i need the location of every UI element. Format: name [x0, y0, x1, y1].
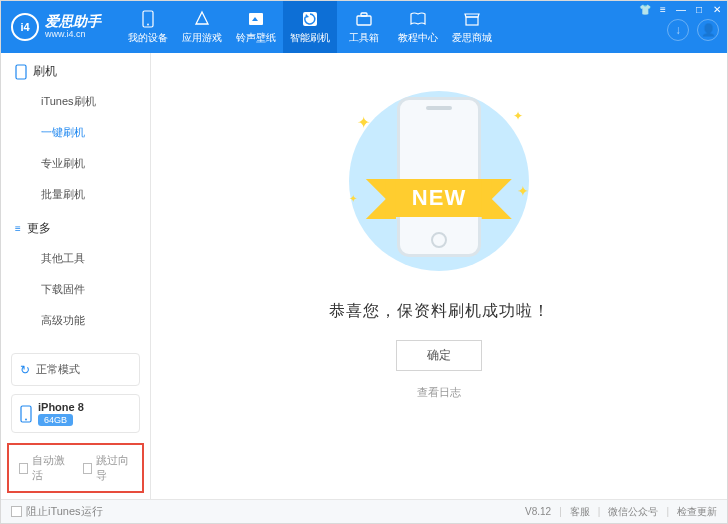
nav-flash[interactable]: 智能刷机: [283, 1, 337, 53]
window-controls: 👕 ≡ — □ ✕: [639, 3, 723, 15]
sparkle-icon: ✦: [349, 193, 357, 204]
svg-rect-5: [361, 13, 367, 16]
close-icon[interactable]: ✕: [711, 3, 723, 15]
section-title: 刷机: [33, 63, 57, 80]
book-icon: [409, 10, 427, 28]
device-name: iPhone 8: [38, 401, 84, 413]
flash-options-highlight: 自动激活 跳过向导: [7, 443, 144, 493]
sparkle-icon: ✦: [513, 109, 523, 123]
phone-icon: [142, 10, 154, 28]
sidebar-item-itunes-flash[interactable]: iTunes刷机: [1, 86, 150, 117]
new-ribbon: NEW: [392, 179, 486, 217]
sparkle-icon: ✦: [517, 183, 529, 199]
nav-label: 铃声壁纸: [236, 31, 276, 45]
svg-rect-6: [466, 17, 478, 25]
brand-url: www.i4.cn: [45, 30, 101, 40]
svg-rect-7: [16, 65, 26, 79]
store-icon: [463, 10, 481, 28]
top-nav: 我的设备 应用游戏 铃声壁纸 智能刷机 工具箱 教程中心: [121, 1, 499, 53]
nav-my-device[interactable]: 我的设备: [121, 1, 175, 53]
nav-label: 爱思商城: [452, 31, 492, 45]
phone-small-icon: [15, 64, 27, 80]
mode-label: 正常模式: [36, 362, 80, 377]
apps-icon: [193, 10, 211, 28]
nav-label: 工具箱: [349, 31, 379, 45]
sidebar-item-other-tools[interactable]: 其他工具: [1, 243, 150, 274]
sidebar-item-oneclick-flash[interactable]: 一键刷机: [1, 117, 150, 148]
nav-label: 教程中心: [398, 31, 438, 45]
more-icon: ≡: [15, 223, 21, 234]
sidebar-section-flash: 刷机: [1, 53, 150, 86]
svg-point-1: [147, 23, 149, 25]
nav-tutorials[interactable]: 教程中心: [391, 1, 445, 53]
app-logo: i4 爱思助手 www.i4.cn: [1, 13, 111, 41]
checkbox-block-itunes[interactable]: 阻止iTunes运行: [11, 504, 103, 519]
nav-label: 应用游戏: [182, 31, 222, 45]
download-icon[interactable]: ↓: [667, 19, 689, 41]
check-update-link[interactable]: 检查更新: [677, 505, 717, 519]
brand-name: 爱思助手: [45, 14, 101, 29]
checkbox-skip-guide[interactable]: 跳过向导: [83, 453, 133, 483]
wallpaper-icon: [247, 10, 265, 28]
skin-icon[interactable]: 👕: [639, 3, 651, 15]
nav-apps[interactable]: 应用游戏: [175, 1, 229, 53]
nav-toolbox[interactable]: 工具箱: [337, 1, 391, 53]
minimize-icon[interactable]: —: [675, 3, 687, 15]
menu-icon[interactable]: ≡: [657, 3, 669, 15]
svg-point-9: [25, 418, 27, 420]
nav-label: 我的设备: [128, 31, 168, 45]
sidebar-item-pro-flash[interactable]: 专业刷机: [1, 148, 150, 179]
success-message: 恭喜您，保资料刷机成功啦！: [329, 301, 550, 322]
device-selector[interactable]: iPhone 8 64GB: [11, 394, 140, 433]
section-title: 更多: [27, 220, 51, 237]
mode-selector[interactable]: ↻ 正常模式: [11, 353, 140, 386]
maximize-icon[interactable]: □: [693, 3, 705, 15]
wechat-link[interactable]: 微信公众号: [608, 505, 658, 519]
sidebar-item-download-firmware[interactable]: 下载固件: [1, 274, 150, 305]
status-bar: 阻止iTunes运行 V8.12 | 客服 | 微信公众号 | 检查更新: [1, 499, 727, 523]
nav-ringtones[interactable]: 铃声壁纸: [229, 1, 283, 53]
sidebar-item-advanced[interactable]: 高级功能: [1, 305, 150, 336]
version-label: V8.12: [525, 506, 551, 517]
view-log-link[interactable]: 查看日志: [417, 385, 461, 400]
sidebar-section-more: ≡ 更多: [1, 210, 150, 243]
toolbox-icon: [355, 10, 373, 28]
nav-label: 智能刷机: [290, 31, 330, 45]
app-header: i4 爱思助手 www.i4.cn 我的设备 应用游戏 铃声壁纸 智能刷机: [1, 1, 727, 53]
checkbox-auto-activate[interactable]: 自动激活: [19, 453, 69, 483]
ok-button[interactable]: 确定: [396, 340, 482, 371]
success-illustration: ✦ ✦ ✦ ✦ NEW: [309, 83, 569, 283]
support-link[interactable]: 客服: [570, 505, 590, 519]
main-content: ✦ ✦ ✦ ✦ NEW 恭喜您，保资料刷机成功啦！ 确定 查看日志: [151, 53, 727, 499]
device-storage-badge: 64GB: [38, 414, 73, 426]
svg-rect-4: [357, 16, 371, 25]
sidebar: 刷机 iTunes刷机 一键刷机 专业刷机 批量刷机 ≡ 更多 其他工具 下载固…: [1, 53, 151, 499]
flash-icon: [301, 10, 319, 28]
user-icon[interactable]: 👤: [697, 19, 719, 41]
sparkle-icon: ✦: [357, 113, 370, 132]
logo-icon: i4: [11, 13, 39, 41]
refresh-icon: ↻: [20, 363, 30, 377]
device-phone-icon: [20, 405, 32, 423]
sidebar-item-batch-flash[interactable]: 批量刷机: [1, 179, 150, 210]
nav-store[interactable]: 爱思商城: [445, 1, 499, 53]
